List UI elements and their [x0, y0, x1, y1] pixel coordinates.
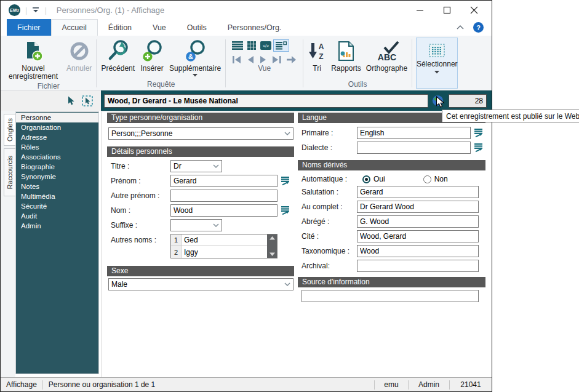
pointer-icon[interactable]	[67, 96, 76, 106]
tab-accueil[interactable]: Accueil	[51, 19, 98, 36]
sidebar-item-personne[interactable]: Personne	[16, 113, 98, 122]
previous-query-button[interactable]: Précédent	[98, 38, 137, 74]
section-source-information: Source d'information	[298, 277, 485, 287]
window-controls	[415, 6, 478, 14]
prenom-input[interactable]	[170, 175, 278, 187]
type-combobox[interactable]: Person;;;Personne	[108, 127, 293, 140]
sidebar-item-associations[interactable]: Associations	[16, 152, 98, 162]
sidebar-item-admin[interactable]: Admin	[16, 221, 98, 231]
source-input[interactable]	[301, 290, 479, 302]
insert-row-icon[interactable]	[281, 206, 291, 215]
nom-input[interactable]	[170, 204, 278, 217]
ribbon-group-vue: </> Vue	[226, 37, 303, 90]
nom-label: Nom :	[107, 206, 170, 215]
sidebar-item-multimedia[interactable]: Multimédia	[16, 191, 98, 201]
details-view-icon[interactable]	[273, 39, 289, 52]
radio-oui[interactable]: Oui	[362, 175, 385, 183]
select-button[interactable]: Sélectionner	[416, 38, 458, 89]
sidebar-item-audit[interactable]: Audit	[16, 211, 98, 221]
spelling-button[interactable]: ABC Orthographe	[364, 38, 410, 74]
first-record-icon[interactable]	[232, 55, 242, 64]
goto-record-icon[interactable]	[286, 55, 297, 64]
automatique-radio-group: Oui Non	[362, 175, 448, 183]
autres-noms-label: Autres noms :	[107, 236, 170, 244]
last-record-icon[interactable]	[272, 55, 282, 64]
new-record-button[interactable]: Nouvel enregistrement	[2, 38, 64, 82]
reports-button[interactable]: Rapports	[329, 38, 364, 74]
minimize-button[interactable]	[415, 6, 424, 14]
table-row[interactable]: 1 Ged	[171, 234, 267, 246]
abrege-label: Abrégé :	[298, 217, 357, 226]
table-row[interactable]: 2 Iggy	[171, 246, 267, 258]
section-noms-derives: Noms dérivés	[298, 160, 485, 170]
taxonomique-input[interactable]	[357, 245, 479, 257]
au-complet-label: Au complet :	[298, 202, 357, 211]
titre-combobox[interactable]: Dr	[170, 160, 222, 172]
quick-access-toolbar-icon[interactable]	[32, 7, 39, 13]
previous-record-icon[interactable]	[246, 55, 255, 64]
primaire-input[interactable]	[357, 127, 471, 139]
mouse-cursor	[436, 96, 445, 111]
sort-button[interactable]: AZ Tri	[305, 38, 329, 74]
record-summary: Wood, Dr Gerard - Le Musée National	[104, 94, 428, 108]
dialecte-input[interactable]	[357, 142, 471, 154]
svg-text:</>: </>	[263, 44, 269, 48]
autre-prenom-input[interactable]	[170, 190, 278, 202]
maximize-button[interactable]	[442, 6, 451, 14]
tab-edition[interactable]: Édition	[98, 19, 142, 36]
insert-row-icon[interactable]	[281, 176, 291, 186]
suffixe-combobox[interactable]	[170, 219, 222, 231]
record-summary-band: Wood, Dr Gerard - Le Musée National 28	[101, 90, 492, 111]
dropdown-caret-icon	[434, 71, 439, 74]
grid-view-icon[interactable]	[247, 41, 256, 50]
insert-row-icon[interactable]	[474, 128, 484, 138]
emu-logo-icon[interactable]: EMu	[9, 4, 20, 16]
cite-input[interactable]	[357, 230, 479, 242]
salutation-label: Salutation :	[298, 188, 357, 196]
insert-row-icon[interactable]	[474, 143, 484, 153]
close-button[interactable]	[469, 6, 478, 14]
grid-scrollbar[interactable]	[267, 234, 277, 258]
ribbon-group-fichier: Nouvel enregistrement Annuler Fichier	[1, 37, 96, 90]
sidebar-item-securite[interactable]: Sécurité	[16, 201, 98, 211]
tab-personnes-org[interactable]: Personnes/Org.	[217, 19, 292, 36]
sidebar-item-synonymie[interactable]: Synonymie	[16, 172, 98, 182]
select-icon	[429, 44, 445, 57]
titlebar-separator: |	[25, 6, 27, 15]
code-view-icon[interactable]: </>	[260, 41, 271, 50]
list-view-icon[interactable]	[232, 41, 243, 50]
sidebar-item-roles[interactable]: Rôles	[16, 142, 98, 152]
archival-input[interactable]	[357, 260, 479, 272]
prenom-label: Prénom :	[107, 177, 170, 185]
tab-outils[interactable]: Outils	[177, 19, 217, 36]
taxonomique-label: Taxonomique :	[298, 247, 357, 255]
abrege-input[interactable]	[357, 215, 479, 228]
rail-tab-raccourcis[interactable]: Raccourcis	[4, 148, 15, 196]
sidebar-item-organisation[interactable]: Organisation	[16, 122, 98, 132]
autres-noms-grid[interactable]: 1 Ged 2 Iggy	[170, 234, 278, 258]
rail-tab-onglets[interactable]: Onglets	[4, 114, 15, 146]
sidebar-item-biographie[interactable]: Biographie	[16, 162, 98, 172]
sidebar-item-adresse[interactable]: Adresse	[16, 132, 98, 142]
status-user: Admin	[409, 378, 449, 391]
additional-query-button[interactable]: & Supplémentaire	[167, 38, 223, 78]
status-mode: Affichage	[1, 380, 42, 389]
au-complet-input[interactable]	[357, 201, 479, 213]
chevron-down-icon	[282, 132, 293, 136]
collapse-ribbon-icon[interactable]	[457, 25, 464, 30]
next-record-icon[interactable]	[259, 55, 268, 64]
tab-vue[interactable]: Vue	[142, 19, 177, 36]
sidebar-container: Personne Organisation Adresse Rôles Asso…	[15, 111, 102, 377]
radio-non[interactable]: Non	[423, 175, 448, 183]
sexe-combobox[interactable]: Male	[108, 278, 293, 290]
spelling-icon: ABC	[372, 39, 402, 63]
salutation-input[interactable]	[357, 186, 479, 198]
app-window: EMu | | Personnes/Org. (1) - Affichage F…	[0, 0, 492, 392]
status-bar: Affichage Personne ou organisation 1 de …	[1, 377, 492, 391]
sidebar-item-notes[interactable]: Notes	[16, 182, 98, 191]
tab-fichier[interactable]: Fichier	[7, 19, 51, 36]
help-button[interactable]: ?	[473, 22, 484, 33]
insert-button[interactable]: Insérer	[137, 38, 167, 74]
cancel-button[interactable]: Annuler	[64, 38, 94, 74]
select-pointer-icon[interactable]	[82, 95, 93, 106]
